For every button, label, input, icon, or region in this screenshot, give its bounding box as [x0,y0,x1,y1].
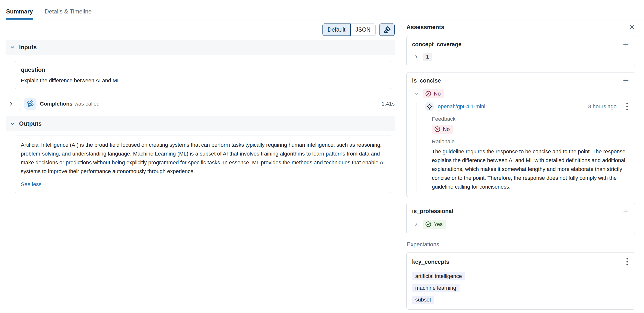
close-icon[interactable] [629,24,635,30]
span-name: Completions [40,101,72,107]
assessment-source-row: openai:/gpt-4.1-mini 3 hours ago [425,102,630,111]
span-duration: 1.41s [382,101,395,107]
card-head: key_concepts [412,257,630,267]
assessment-name: is_concise [412,77,441,84]
view-json-button[interactable]: JSON [351,24,376,36]
assessments-panel-header: Assessments [406,24,635,31]
circle-x-icon [425,90,432,97]
output-text: Artificial Intelligence (AI) is the broa… [21,141,385,176]
outputs-card: Artificial Intelligence (AI) is the broa… [15,135,391,193]
kebab-menu-icon[interactable] [625,257,630,267]
assessments-toggle-button[interactable] [379,24,395,36]
question-field-label: question [21,66,385,73]
assessment-value-badge: 1 [423,53,432,61]
inputs-section-body: question Explain the difference between … [6,61,395,110]
assessment-value-badge: Yes [423,220,446,229]
expectation-tags: artificial intelligence machine learning… [412,272,630,304]
sparkle-icon [425,102,434,111]
card-head: is_professional [412,207,630,215]
tab-bar: Summary Details & Timeline [0,0,644,20]
assessment-value-row[interactable]: No [412,89,630,98]
badge-label: Yes [434,221,443,227]
model-graph-icon [26,100,34,108]
assessment-card-concept-coverage: concept_coverage 1 [406,36,635,66]
see-less-link[interactable]: See less [21,181,41,188]
view-default-button[interactable]: Default [322,24,351,36]
main-column: Default JSON [0,20,400,313]
chevron-right-icon[interactable] [414,54,419,59]
chevron-down-icon[interactable] [10,121,16,127]
kebab-menu-icon[interactable] [625,102,630,111]
outputs-section-header[interactable]: Outputs [6,116,395,131]
circle-x-icon [434,126,441,133]
outputs-section-title: Outputs [19,120,42,127]
assessment-value-row[interactable]: 1 [412,53,630,61]
tab-summary[interactable]: Summary [6,8,33,20]
expectation-tag: artificial intelligence [412,272,465,280]
circle-check-icon [425,221,432,227]
chevron-right-icon[interactable] [8,101,14,107]
assessment-card-is-professional: is_professional Yes [406,203,635,234]
gavel-icon [383,26,391,34]
chevron-down-icon[interactable] [414,91,419,96]
rationale-text: The guideline requires the response to b… [432,147,630,191]
expectation-tag: machine learning [412,284,460,292]
tab-details-timeline[interactable]: Details & Timeline [44,8,92,20]
assessment-timestamp: 3 hours ago [588,103,616,110]
span-suffix: was called [74,101,100,107]
tree-connector-stub [19,119,19,124]
inputs-section-header[interactable]: Inputs [6,40,395,55]
content-row: Default JSON [0,20,644,313]
badge-label: No [443,126,450,133]
assessments-title: Assessments [406,24,444,31]
inputs-section-title: Inputs [19,44,37,51]
assessment-value-badge: No [423,89,444,98]
rationale-label: Rationale [432,138,630,145]
assessments-panel: Assessments concept_coverage 1 [400,20,644,313]
plus-icon[interactable] [622,41,630,48]
model-span-icon-box [24,98,36,110]
badge-label: No [434,91,441,97]
assessment-source-link[interactable]: openai:/gpt-4.1-mini [438,103,485,110]
assessment-card-is-concise: is_concise No [406,72,635,197]
expectation-name: key_concepts [412,259,449,265]
feedback-value: No [432,125,630,134]
expectation-tag: subset [412,296,434,304]
expectations-section-label: Expectations [407,241,635,248]
assessment-name: concept_coverage [412,41,462,48]
card-head: concept_coverage [412,41,630,48]
assessment-name: is_professional [412,208,454,214]
assessment-value-row[interactable]: Yes [412,220,630,229]
plus-icon[interactable] [622,77,630,84]
chevron-right-icon[interactable] [414,222,419,227]
chevron-down-icon[interactable] [10,44,16,50]
question-field-value: Explain the difference between AI and ML [21,77,385,84]
completions-span-row[interactable]: Completions was called 1.41s [6,98,395,110]
feedback-label: Feedback [432,116,630,122]
view-toolbar: Default JSON [6,24,395,36]
feedback-badge: No [432,125,453,134]
trace-summary-page: Summary Details & Timeline Default JSON [0,0,644,313]
card-head: is_concise [412,77,630,84]
expectation-card-key-concepts: key_concepts artificial intelligence mac… [406,252,635,309]
assessment-detail: openai:/gpt-4.1-mini 3 hours ago Feedbac… [416,102,630,191]
tree-connector-elbow [19,97,25,111]
question-card: question Explain the difference between … [15,61,391,89]
plus-icon[interactable] [622,207,630,215]
view-mode-segmented-control: Default JSON [322,24,376,36]
